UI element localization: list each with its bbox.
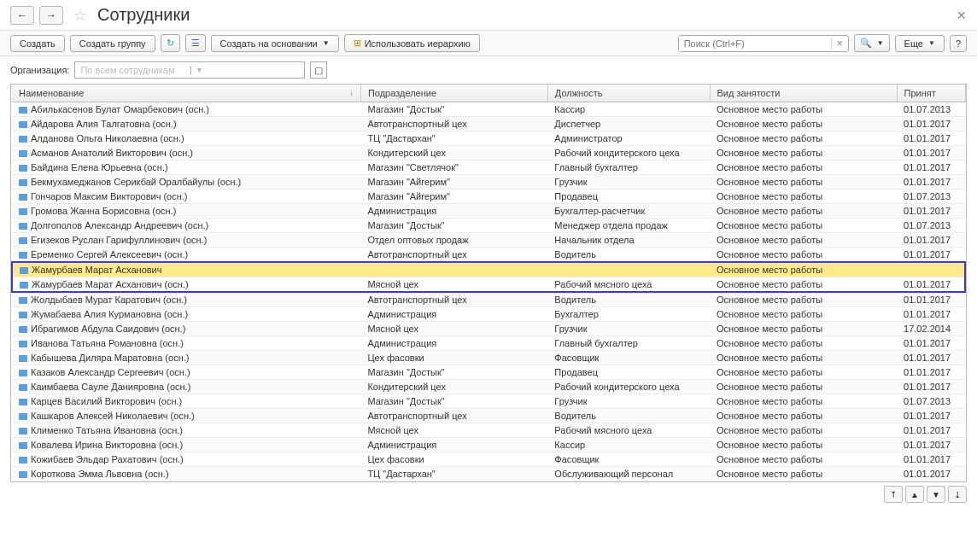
help-button[interactable]: ? [950, 35, 967, 52]
use-hierarchy-button[interactable]: ⊞Использовать иерархию [344, 34, 480, 52]
create-group-label: Создать группу [79, 38, 146, 49]
header-row: Наименование↓ Подразделение Должность Ви… [12, 85, 965, 102]
table-row[interactable]: Ибрагимов Абдула Саидович (осн.)Мясной ц… [12, 322, 965, 336]
chevron-down-icon: ▼ [877, 39, 884, 47]
table-row[interactable]: Карцев Василий Викторович (осн.)Магазин … [12, 394, 965, 409]
col-employment[interactable]: Вид занятости [710, 85, 897, 102]
table-row[interactable]: Иванова Татьяна Романовна (осн.)Админист… [12, 336, 965, 351]
table-row[interactable]: Гончаров Максим Викторович (осн.)Магазин… [12, 190, 965, 204]
scroll-up-button[interactable]: ▲ [905, 486, 924, 503]
table-row[interactable]: Бекмухамеджанов Серикбай Оралбайулы (осн… [12, 175, 965, 190]
table-row[interactable]: Короткова Эмма Львовна (осн.)ТЦ "Дастарх… [12, 467, 965, 481]
row-icon [19, 355, 27, 362]
row-icon [19, 428, 27, 435]
org-label: Организация: [10, 65, 69, 75]
row-icon [19, 326, 27, 333]
table-row[interactable]: Байдина Елена Юрьевна (осн.)Магазин "Све… [12, 160, 965, 175]
table-row[interactable]: Жамурбаев Марат Асханович (осн.)Мясной ц… [12, 277, 965, 293]
list-mode-button[interactable]: ☰ [185, 34, 206, 52]
table-row[interactable]: Алданова Ольга Николаевна (осн.)ТЦ "Даст… [12, 131, 965, 146]
create-based-label: Создать на основании [220, 38, 318, 49]
row-icon [19, 370, 27, 376]
favorite-star-icon[interactable]: ☆ [73, 6, 87, 25]
find-button[interactable]: 🔍▼ [854, 34, 890, 52]
col-name[interactable]: Наименование↓ [12, 85, 360, 102]
chevron-down-icon: ▼ [323, 39, 330, 47]
row-icon [19, 194, 27, 201]
table-row[interactable]: Кожибаев Эльдар Рахатович (осн.)Цех фасо… [12, 452, 965, 467]
row-icon [19, 107, 27, 114]
chevron-down-icon: ▼ [190, 66, 305, 74]
table-row[interactable]: Кашкаров Алексей Николаевич (осн.)Автотр… [12, 409, 965, 423]
row-icon [19, 297, 27, 304]
hierarchy-icon: ⊞ [354, 38, 361, 49]
create-label: Создать [20, 38, 56, 49]
row-icon [19, 312, 27, 318]
row-icon [19, 237, 27, 244]
table-row[interactable]: Еременко Сергей Алексеевич (осн.)Автотра… [12, 248, 965, 263]
org-open-button[interactable]: ▢ [310, 61, 327, 79]
close-icon[interactable]: ✕ [957, 9, 967, 22]
scroll-top-button[interactable]: ⤒ [884, 486, 903, 503]
table-row[interactable]: Громова Жанна Борисовна (осн.)Администра… [12, 204, 965, 219]
row-icon [20, 267, 28, 274]
row-icon [19, 252, 27, 259]
page-title: Сотрудники [97, 5, 190, 25]
table-row[interactable]: Асманов Анатолий Викторович (осн.)Кондит… [12, 146, 965, 160]
row-icon [19, 136, 27, 143]
sort-indicator-icon: ↓ [349, 88, 354, 97]
search-icon: 🔍 [860, 38, 872, 49]
row-icon [19, 208, 27, 215]
scroll-down-button[interactable]: ▼ [927, 486, 945, 503]
table-row[interactable]: Жумабаева Алия Курмановна (осн.)Админист… [12, 307, 965, 322]
col-hired[interactable]: Принят [897, 85, 965, 102]
search-input[interactable] [679, 36, 831, 51]
table-row[interactable]: Айдарова Алия Талгатовна (осн.)Автотранс… [12, 117, 965, 131]
create-group-button[interactable]: Создать группу [70, 35, 155, 52]
create-button[interactable]: Создать [10, 35, 65, 52]
row-icon [19, 165, 27, 172]
row-icon [19, 399, 27, 405]
table-row[interactable]: Казаков Александр Сергеевич (осн.)Магази… [12, 365, 965, 380]
col-position[interactable]: Должность [547, 85, 710, 102]
table-row[interactable]: Клименко Татьяна Ивановна (осн.)Мясной ц… [12, 423, 965, 438]
table-row[interactable]: Каимбаева Сауле Данияровна (осн.)Кондите… [12, 380, 965, 394]
list-icon: ☰ [191, 38, 200, 49]
more-label: Еще [904, 38, 923, 49]
table-row[interactable]: Жолдыбаев Мурат Каратович (осн.)Автотран… [12, 292, 965, 307]
open-icon: ▢ [314, 65, 323, 76]
table-row[interactable]: Кабышева Диляра Маратовна (осн.)Цех фасо… [12, 351, 965, 365]
chevron-down-icon: ▼ [928, 39, 935, 47]
row-icon [19, 384, 27, 391]
row-icon [19, 457, 27, 464]
nav-forward-button[interactable]: → [39, 6, 63, 25]
employees-grid: Наименование↓ Подразделение Должность Ви… [10, 84, 967, 482]
row-icon [19, 442, 27, 449]
clear-search-icon[interactable]: × [831, 38, 848, 50]
table-row[interactable]: Абилькасенов Булат Омарбекович (осн.)Маг… [12, 102, 965, 117]
col-department[interactable]: Подразделение [360, 85, 547, 102]
row-icon [20, 282, 28, 289]
row-icon [19, 341, 27, 347]
row-icon [19, 413, 27, 420]
table-row[interactable]: Ковалева Ирина Викторовна (осн.)Админист… [12, 438, 965, 452]
org-placeholder: По всем сотрудникам [75, 65, 190, 75]
help-icon: ? [956, 38, 961, 49]
refresh-icon: ↻ [167, 38, 174, 49]
row-icon [19, 150, 27, 157]
row-icon [19, 471, 27, 478]
org-combo[interactable]: По всем сотрудникам ▼ [74, 61, 305, 79]
more-button[interactable]: Еще▼ [895, 35, 945, 52]
create-based-button[interactable]: Создать на основании▼ [211, 35, 339, 52]
row-icon [19, 121, 27, 128]
table-row[interactable]: Егизеков Руслан Гарифуллинович (осн.)Отд… [12, 233, 965, 248]
table-row[interactable]: Жамурбаев Марат АсхановичОсновное место … [12, 262, 965, 277]
nav-back-button[interactable]: ← [10, 6, 34, 25]
table-row[interactable]: Долгополов Александр Андреевич (осн.)Маг… [12, 219, 965, 233]
refresh-button[interactable]: ↻ [161, 34, 180, 52]
row-icon [19, 179, 27, 186]
use-hierarchy-label: Использовать иерархию [365, 38, 471, 49]
scroll-bottom-button[interactable]: ⤓ [948, 486, 967, 503]
row-icon [19, 223, 27, 230]
search-box[interactable]: × [678, 35, 849, 52]
